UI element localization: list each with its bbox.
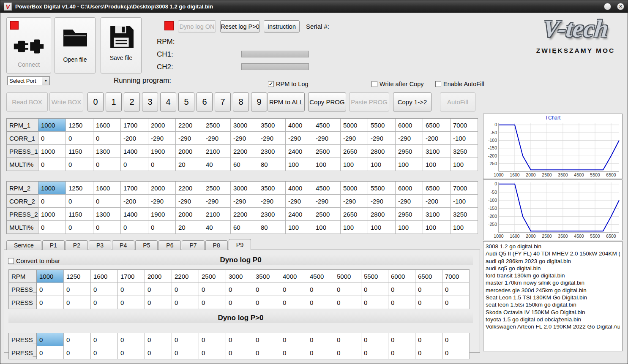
cell[interactable]: -290 (341, 195, 368, 208)
cell[interactable]: 3500 (258, 182, 286, 195)
cell[interactable]: 2100 (203, 145, 231, 158)
cell[interactable]: -290 (313, 132, 341, 145)
tab-p4[interactable]: P4 (112, 240, 134, 250)
cell[interactable]: 0 (172, 296, 199, 309)
file-item[interactable]: toyota 1.5 go digital od obciążenia.bin (486, 316, 620, 323)
cell[interactable]: 2950 (396, 208, 423, 221)
cell[interactable]: 0 (226, 296, 253, 309)
cell[interactable]: -290 (203, 132, 231, 145)
cell[interactable]: 0 (38, 132, 66, 145)
cell[interactable]: -200 (121, 132, 148, 145)
cell[interactable]: 0 (93, 132, 121, 145)
cell[interactable]: 6000 (388, 270, 415, 283)
cell[interactable]: 0 (172, 283, 199, 296)
cell[interactable]: 0 (415, 283, 442, 296)
cell[interactable]: 4000 (280, 270, 307, 283)
tab-p3[interactable]: P3 (89, 240, 111, 250)
digit-button-1[interactable]: 1 (106, 92, 122, 111)
checkbox-box[interactable] (435, 81, 441, 87)
digit-button-9[interactable]: 9 (251, 92, 267, 111)
cell[interactable]: 80 (258, 158, 286, 171)
cell[interactable]: 0 (253, 283, 280, 296)
cell[interactable]: 0 (145, 333, 172, 346)
file-item[interactable]: ford transit 130km go digital.bin (486, 272, 620, 279)
cell[interactable]: 0 (415, 333, 442, 346)
cell[interactable]: 60 (231, 158, 258, 171)
cell[interactable]: -290 (368, 132, 396, 145)
cell[interactable]: 1400 (121, 208, 148, 221)
cell[interactable]: 0 (199, 283, 226, 296)
cell[interactable]: 5000 (341, 119, 368, 132)
cell[interactable]: 0 (226, 346, 253, 359)
cell[interactable]: 0 (64, 346, 91, 359)
cell[interactable]: 2000 (145, 270, 172, 283)
cell[interactable]: 1000 (38, 208, 66, 221)
rpm-to-log-checkbox[interactable]: ✓ RPM to Log (268, 81, 309, 87)
cell[interactable]: 0 (199, 333, 226, 346)
cell[interactable]: 1250 (64, 270, 91, 283)
cell[interactable]: -290 (231, 195, 258, 208)
cell[interactable]: 0 (334, 333, 361, 346)
cell[interactable]: 0 (361, 333, 388, 346)
cell[interactable]: 6000 (396, 119, 423, 132)
cell[interactable]: 0 (145, 346, 172, 359)
cell[interactable]: 3100 (423, 145, 451, 158)
file-item[interactable]: seat leon 1.5tsi 150km go digital.bin (486, 301, 620, 308)
cell[interactable]: 40 (203, 221, 231, 234)
cell[interactable]: 5500 (368, 119, 396, 132)
cell[interactable]: 0 (37, 346, 64, 359)
cell[interactable]: 1600 (93, 119, 121, 132)
cell[interactable]: 0 (280, 296, 307, 309)
read-box-button[interactable]: Read BOX (6, 92, 48, 111)
file-item[interactable]: mercedes gle 300d 245km go digital.bin (486, 287, 620, 294)
cell[interactable]: 1000 (38, 119, 66, 132)
connect-button[interactable]: Connect (6, 17, 51, 73)
cell[interactable]: 20 (176, 158, 203, 171)
digit-button-8[interactable]: 8 (233, 92, 249, 111)
close-button[interactable]: ✕ (617, 3, 624, 10)
dyno-log-on-button[interactable]: Dyno log ON (178, 20, 216, 33)
cell[interactable]: 0 (118, 296, 145, 309)
cell[interactable]: 2000 (148, 182, 176, 195)
cell[interactable]: 1300 (93, 208, 121, 221)
cell[interactable]: 2300 (258, 145, 286, 158)
cell[interactable]: 1250 (66, 182, 93, 195)
cell[interactable]: 1900 (148, 208, 176, 221)
cell[interactable]: 80 (258, 221, 286, 234)
digit-button-6[interactable]: 6 (197, 92, 213, 111)
cell[interactable]: 2400 (286, 208, 313, 221)
tab-p9[interactable]: P9 (229, 239, 251, 250)
cell[interactable]: 0 (361, 283, 388, 296)
digit-button-2[interactable]: 2 (124, 92, 140, 111)
write-box-button[interactable]: Write BOX (49, 92, 83, 111)
tab-p5[interactable]: P5 (135, 240, 158, 250)
write-after-copy-checkbox[interactable]: Write after Copy (371, 81, 424, 87)
cell[interactable]: -290 (396, 195, 423, 208)
cell[interactable]: 0 (91, 296, 118, 309)
cell[interactable]: 6500 (423, 182, 451, 195)
cell[interactable]: 0 (91, 333, 118, 346)
cell[interactable]: -290 (148, 132, 176, 145)
cell[interactable]: 60 (231, 221, 258, 234)
cell[interactable]: 0 (388, 283, 415, 296)
file-item[interactable]: 3008 1.2 go digital.bin (486, 243, 620, 250)
cell[interactable]: 0 (118, 346, 145, 359)
cell[interactable]: 100 (286, 158, 313, 171)
cell[interactable]: 100 (286, 221, 313, 234)
cell[interactable]: 0 (66, 132, 93, 145)
cell[interactable]: -290 (258, 195, 286, 208)
cell[interactable]: 1700 (121, 119, 148, 132)
instruction-button[interactable]: Instruction (264, 20, 300, 33)
cell[interactable]: -290 (286, 195, 313, 208)
cell[interactable]: 2300 (258, 208, 286, 221)
cell[interactable]: 1000 (38, 145, 66, 158)
cell[interactable]: -100 (451, 195, 478, 208)
cell[interactable]: 100 (341, 221, 368, 234)
digit-button-3[interactable]: 3 (142, 92, 158, 111)
cell[interactable]: 100 (368, 221, 396, 234)
cell[interactable]: 2100 (203, 208, 231, 221)
cell[interactable]: -290 (396, 132, 423, 145)
cell[interactable]: 0 (307, 333, 334, 346)
file-item[interactable]: Skoda Octavia IV 150KM Go Digital.bin (486, 309, 620, 316)
cell[interactable]: 100 (451, 221, 478, 234)
